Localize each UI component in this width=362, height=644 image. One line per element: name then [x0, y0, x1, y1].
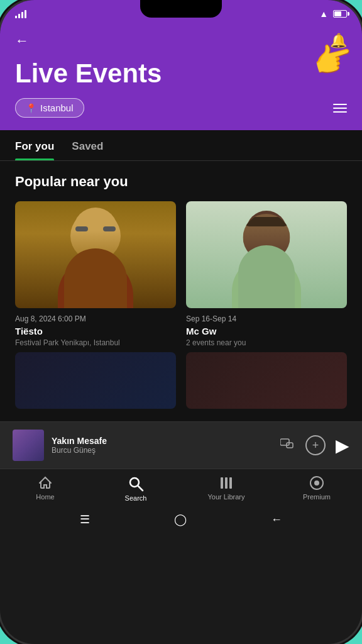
status-right: ▲ — [319, 9, 347, 19]
event-artist-tiesto: Tiësto — [15, 326, 176, 336]
more-event-card-2[interactable] — [186, 352, 347, 409]
mcgw-photo — [186, 201, 347, 308]
nav-library[interactable]: Your Library — [204, 475, 248, 502]
svg-rect-5 — [225, 477, 228, 489]
tab-saved[interactable]: Saved — [72, 140, 103, 160]
list-line-1 — [333, 104, 347, 105]
svg-rect-6 — [229, 477, 232, 489]
more-event-card-1[interactable] — [15, 352, 176, 409]
location-label: Istanbul — [40, 103, 74, 113]
signal-icon — [15, 9, 26, 18]
library-icon — [219, 475, 234, 491]
main-content: Popular near you Aug 8, 2024 6:00 — [0, 161, 362, 421]
menu-button[interactable]: ☰ — [80, 513, 90, 526]
add-to-library-button[interactable]: + — [305, 435, 326, 455]
event-venue-mcgw: 2 events near you — [186, 338, 347, 347]
nav-premium-label: Premium — [303, 493, 331, 501]
signal-bar-4 — [25, 10, 26, 18]
nav-home-label: Home — [36, 493, 54, 501]
nav-search-label: Search — [125, 494, 147, 502]
phone-frame: ▲ ← 🔔 Live Events 👉 📍 Istanbul — [0, 0, 362, 644]
header-top: ← 🔔 — [15, 33, 347, 49]
list-view-button[interactable] — [333, 104, 347, 113]
now-playing-bar[interactable]: Yakın Mesafe Burcu Güneş + ▶ — [0, 421, 362, 469]
svg-point-8 — [314, 480, 319, 486]
status-bar: ▲ — [0, 0, 362, 28]
plus-icon: + — [312, 439, 319, 452]
tab-for-you[interactable]: For you — [15, 140, 54, 160]
tiesto-body — [58, 258, 133, 308]
event-card-mcgw[interactable]: Sep 16-Sep 14 Mc Gw 2 events near you — [186, 201, 347, 347]
play-button[interactable]: ▶ — [336, 435, 349, 456]
now-playing-thumbnail — [13, 430, 44, 461]
now-playing-info: Yakın Mesafe Burcu Güneş — [52, 436, 273, 455]
list-line-2 — [333, 108, 347, 109]
header-bottom: 📍 Istanbul — [15, 98, 347, 118]
section-title: Popular near you — [15, 174, 347, 190]
back-gesture-button[interactable]: ← — [271, 513, 282, 526]
mcgw-hair — [243, 217, 290, 226]
nav-premium[interactable]: Premium — [295, 475, 339, 502]
more-events-row — [15, 352, 347, 409]
mcgw-body — [232, 257, 301, 308]
bottom-nav: Home Search Your Library Premium — [0, 469, 362, 507]
event-image-mcgw — [186, 201, 347, 308]
connect-device-button[interactable] — [280, 438, 295, 453]
search-icon — [128, 475, 144, 492]
tiesto-glasses-right — [103, 226, 116, 231]
event-card-tiesto[interactable]: Aug 8, 2024 6:00 PM Tiësto Festival Park… — [15, 201, 176, 347]
event-date-tiesto: Aug 8, 2024 6:00 PM — [15, 314, 176, 323]
tiesto-face — [70, 211, 121, 261]
events-grid: Aug 8, 2024 6:00 PM Tiësto Festival Park… — [15, 201, 347, 347]
svg-rect-4 — [221, 477, 223, 489]
mcgw-chain — [248, 250, 285, 263]
event-venue-tiesto: Festival Park Yenikapı, Istanbul — [15, 338, 176, 347]
home-gesture-button[interactable]: ◯ — [174, 513, 187, 526]
svg-point-2 — [130, 478, 139, 487]
svg-line-3 — [138, 486, 143, 491]
home-icon — [38, 475, 53, 491]
nav-home[interactable]: Home — [23, 475, 67, 502]
header-title-area: Live Events 👉 — [15, 59, 347, 88]
now-playing-title: Yakın Mesafe — [52, 436, 273, 446]
system-bar: ☰ ◯ ← — [0, 507, 362, 532]
now-playing-controls: + ▶ — [280, 435, 349, 456]
header: ← 🔔 Live Events 👉 📍 Istanbul — [0, 28, 362, 130]
album-art — [13, 430, 44, 461]
battery-icon — [333, 10, 347, 18]
location-selector[interactable]: 📍 Istanbul — [15, 98, 84, 118]
tiesto-glasses-left — [75, 226, 88, 231]
spotify-icon — [309, 475, 324, 491]
mcgw-head — [243, 214, 290, 261]
svg-rect-0 — [280, 439, 289, 445]
notch — [140, 0, 222, 18]
page-title: Live Events — [15, 59, 347, 88]
location-pin-icon: 📍 — [26, 103, 36, 113]
signal-bar-3 — [21, 12, 23, 18]
tiesto-head — [70, 211, 121, 261]
back-button[interactable]: ← — [15, 33, 29, 49]
nav-search[interactable]: Search — [114, 475, 158, 502]
event-artist-mcgw: Mc Gw — [186, 326, 347, 336]
nav-library-label: Your Library — [208, 493, 245, 501]
wifi-icon: ▲ — [319, 9, 328, 19]
battery-fill — [334, 11, 341, 16]
list-line-3 — [333, 111, 347, 113]
event-image-tiesto — [15, 201, 176, 308]
tabs-section: For you Saved — [0, 130, 362, 161]
tiesto-photo — [15, 201, 176, 308]
signal-bar-1 — [15, 16, 17, 18]
event-date-mcgw: Sep 16-Sep 14 — [186, 314, 347, 323]
tabs: For you Saved — [15, 140, 347, 160]
signal-bar-2 — [18, 14, 20, 18]
now-playing-artist: Burcu Güneş — [52, 446, 273, 455]
